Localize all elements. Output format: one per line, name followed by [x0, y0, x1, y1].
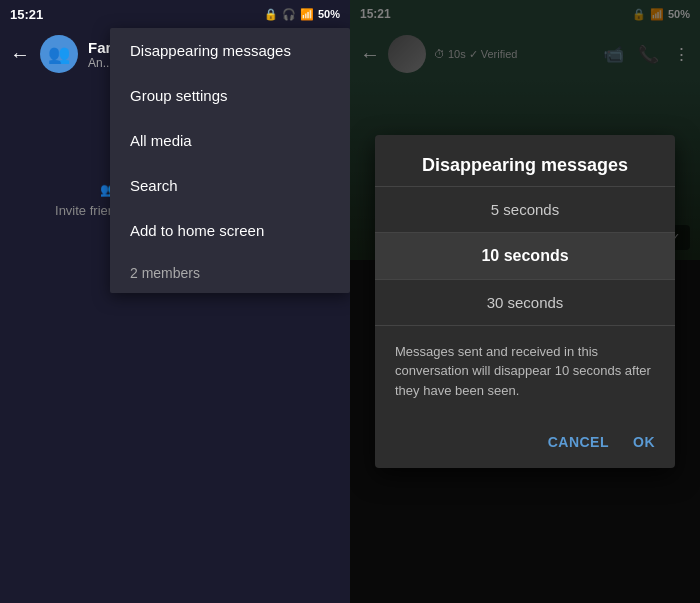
cancel-button[interactable]: CANCEL — [544, 426, 613, 458]
option-10-seconds[interactable]: 10 seconds — [375, 232, 675, 279]
menu-item-all-media[interactable]: All media — [110, 118, 350, 163]
dropdown-menu: Disappearing messages Group settings All… — [110, 28, 350, 293]
avatar-left: 👥 — [40, 35, 78, 73]
menu-item-search[interactable]: Search — [110, 163, 350, 208]
time-left: 15:21 — [10, 7, 43, 22]
option-30-seconds[interactable]: 30 seconds — [375, 279, 675, 325]
menu-item-members: 2 members — [110, 253, 350, 293]
signal-icon: 📶 — [300, 8, 314, 21]
back-button[interactable]: ← — [10, 43, 30, 66]
avatar-icon: 👥 — [48, 43, 70, 65]
dialog-overlay: Disappearing messages 5 seconds 10 secon… — [350, 0, 700, 603]
headphone-icon: 🎧 — [282, 8, 296, 21]
menu-item-group-settings[interactable]: Group settings — [110, 73, 350, 118]
menu-item-add-home[interactable]: Add to home screen — [110, 208, 350, 253]
dialog-title: Disappearing messages — [375, 135, 675, 186]
lock-icon: 🔒 — [264, 8, 278, 21]
left-panel: 15:21 🔒 🎧 📶 50% ← 👥 Fam An... Disappeari… — [0, 0, 350, 603]
ok-button[interactable]: OK — [629, 426, 659, 458]
battery-left: 50% — [318, 8, 340, 20]
menu-item-disappearing[interactable]: Disappearing messages — [110, 28, 350, 73]
option-5-seconds[interactable]: 5 seconds — [375, 186, 675, 232]
status-icons-left: 🔒 🎧 📶 50% — [264, 8, 340, 21]
dialog-description: Messages sent and received in this conve… — [375, 325, 675, 417]
dialog-buttons: CANCEL OK — [375, 416, 675, 468]
right-panel: 15:21 🔒 📶 50% ← ⏱ 10s ✓ Verified 📹 📞 ⋮ — [350, 0, 700, 603]
disappearing-messages-dialog: Disappearing messages 5 seconds 10 secon… — [375, 135, 675, 469]
status-bar-left: 15:21 🔒 🎧 📶 50% — [0, 0, 350, 28]
